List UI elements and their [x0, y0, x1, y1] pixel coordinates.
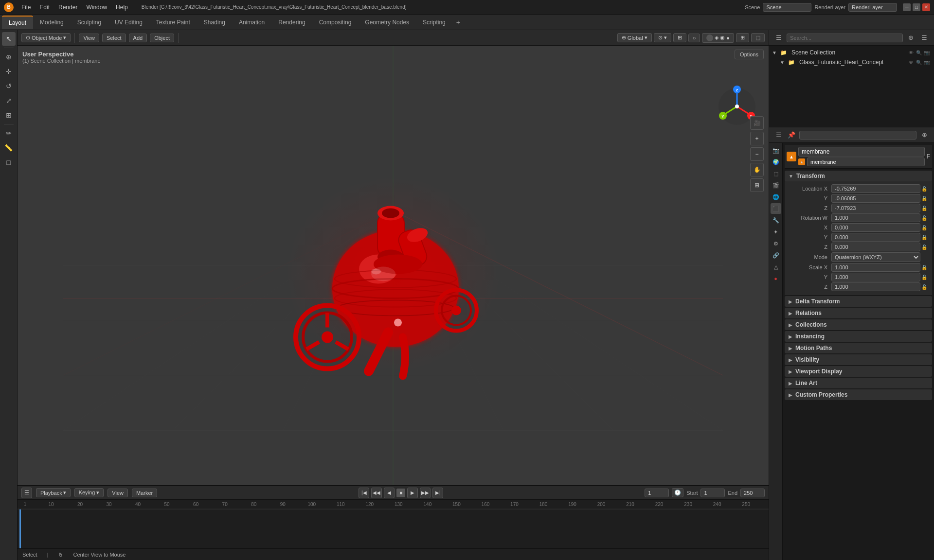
- tab-rendering[interactable]: Rendering: [271, 16, 312, 29]
- mode-selector[interactable]: ⊙ Object Mode ▾: [21, 33, 71, 42]
- minimize-button[interactable]: ─: [903, 3, 911, 11]
- tab-texture-paint[interactable]: Texture Paint: [149, 16, 197, 29]
- tool-rotate[interactable]: ↺: [2, 79, 16, 93]
- rotation-y-lock[interactable]: 🔓: [921, 235, 928, 240]
- tl-end-frame[interactable]: [740, 489, 765, 497]
- instancing-section[interactable]: ▶ Instancing: [785, 331, 932, 342]
- motion-paths-section[interactable]: ▶ Motion Paths: [785, 343, 932, 353]
- outliner-view-icon[interactable]: ☰: [918, 32, 930, 44]
- tab-layout[interactable]: Layout: [2, 16, 33, 29]
- menu-help[interactable]: Help: [112, 3, 132, 12]
- rotation-z-input[interactable]: [831, 243, 920, 251]
- zoom-out-button[interactable]: −: [750, 147, 764, 161]
- tool-scale[interactable]: ⤢: [2, 94, 16, 107]
- tool-select[interactable]: ↖: [2, 32, 16, 46]
- tab-uv-editing[interactable]: UV Editing: [108, 16, 149, 29]
- hc-render-icon[interactable]: 📷: [923, 59, 930, 66]
- tl-stop-btn[interactable]: ■: [396, 489, 405, 497]
- menu-file[interactable]: File: [18, 3, 35, 12]
- tl-play-fwd-btn[interactable]: ▶: [407, 488, 418, 498]
- tl-marker-btn[interactable]: Marker: [132, 489, 157, 497]
- props-filter-icon[interactable]: ⊕: [918, 129, 930, 141]
- obj-fake-user-toggle[interactable]: F: [927, 153, 930, 160]
- props-physics-icon[interactable]: ⚙: [771, 238, 781, 249]
- tab-geometry-nodes[interactable]: Geometry Nodes: [358, 16, 416, 29]
- camera-button[interactable]: 🎥: [750, 116, 764, 130]
- visibility-section[interactable]: ▶ Visibility: [785, 354, 932, 365]
- sc-render-icon[interactable]: 📷: [923, 49, 930, 56]
- props-object-icon[interactable]: ⬛: [771, 203, 781, 214]
- proportional-toggle[interactable]: ○: [688, 34, 700, 42]
- obj-name-input[interactable]: [798, 147, 925, 157]
- location-z-input[interactable]: [831, 204, 920, 212]
- props-render-icon[interactable]: 📷: [771, 145, 781, 156]
- scale-x-lock[interactable]: 🔓: [921, 265, 928, 270]
- custom-properties-section[interactable]: ▶ Custom Properties: [785, 389, 932, 400]
- timeline-content[interactable]: [18, 509, 769, 548]
- collections-section[interactable]: ▶ Collections: [785, 319, 932, 330]
- location-x-input[interactable]: [831, 184, 920, 193]
- viewport[interactable]: User Perspective (1) Scene Collection | …: [18, 46, 769, 485]
- rotation-mode-select[interactable]: Quaternion (WXYZ) XYZ Euler Axis Angle: [831, 252, 920, 262]
- close-button[interactable]: ✕: [922, 3, 930, 11]
- scale-y-lock[interactable]: 🔓: [921, 275, 928, 280]
- rotation-x-lock[interactable]: 🔓: [921, 225, 928, 230]
- global-dropdown[interactable]: ⊕ Global ▾: [617, 33, 652, 42]
- rotation-w-input[interactable]: [831, 213, 920, 222]
- outliner-heart-collection[interactable]: ▼ 📁 Glass_Futuristic_Heart_Concept 👁 🔍 📷: [769, 57, 934, 67]
- sc-restrict-icon[interactable]: 🔍: [916, 49, 922, 56]
- props-scene-icon[interactable]: 🎬: [771, 180, 781, 191]
- timeline-menu-icon[interactable]: ☰: [21, 488, 32, 498]
- tab-scripting[interactable]: Scripting: [416, 16, 452, 29]
- tab-shading[interactable]: Shading: [197, 16, 232, 29]
- outliner-search-input[interactable]: [787, 34, 903, 42]
- tool-annotate[interactable]: ✏: [2, 126, 16, 140]
- xray-toggle[interactable]: ⬚: [751, 33, 765, 42]
- flymode-button[interactable]: ⊞: [750, 178, 764, 192]
- hc-restrict-icon[interactable]: 🔍: [916, 59, 922, 66]
- rotation-z-lock[interactable]: 🔓: [921, 245, 928, 250]
- scale-z-input[interactable]: [831, 282, 920, 291]
- location-y-input[interactable]: [831, 194, 920, 203]
- transform-section-header[interactable]: ▼ Transform: [785, 171, 932, 181]
- outliner-menu-icon[interactable]: ☰: [773, 32, 785, 44]
- location-y-lock[interactable]: 🔓: [921, 196, 928, 201]
- object-menu[interactable]: Object: [150, 34, 174, 42]
- props-constraints-icon[interactable]: 🔗: [771, 250, 781, 261]
- rotation-y-input[interactable]: [831, 233, 920, 242]
- outliner-filter-icon[interactable]: ⊕: [905, 32, 916, 44]
- location-z-lock[interactable]: 🔓: [921, 206, 928, 211]
- tab-animation[interactable]: Animation: [232, 16, 271, 29]
- timeline-playhead[interactable]: [20, 509, 21, 548]
- pivot-dropdown[interactable]: ⊙ ▾: [654, 33, 671, 42]
- tool-transform[interactable]: ⊞: [2, 108, 16, 122]
- heart-collection-expand[interactable]: ▼: [779, 59, 786, 66]
- tl-play-back-btn[interactable]: ◀: [384, 488, 395, 498]
- menu-edit[interactable]: Edit: [36, 3, 54, 12]
- props-pin-icon[interactable]: 📌: [786, 129, 797, 141]
- zoom-in-button[interactable]: +: [750, 132, 764, 145]
- props-world-icon[interactable]: 🌐: [771, 192, 781, 202]
- scene-collection-expand[interactable]: ▼: [771, 49, 778, 56]
- menu-window[interactable]: Window: [82, 3, 111, 12]
- rotation-w-lock[interactable]: 🔓: [921, 215, 928, 221]
- render-layer-dropdown[interactable]: RenderLayer: [848, 3, 897, 12]
- viewport-display-section[interactable]: ▶ Viewport Display: [785, 366, 932, 377]
- line-art-section[interactable]: ▶ Line Art: [785, 378, 932, 388]
- maximize-button[interactable]: □: [913, 3, 920, 11]
- scale-x-input[interactable]: [831, 263, 920, 272]
- tl-step-back-btn[interactable]: ◀◀: [371, 488, 382, 498]
- snapping-toggle[interactable]: ⊞: [673, 33, 686, 42]
- tab-modeling[interactable]: Modeling: [33, 16, 71, 29]
- add-workspace-button[interactable]: +: [452, 17, 464, 28]
- location-x-lock[interactable]: 🔓: [921, 186, 928, 192]
- shading-options[interactable]: ◈ ◉ ●: [702, 33, 734, 43]
- tab-compositing[interactable]: Compositing: [312, 16, 359, 29]
- tl-start-frame[interactable]: [700, 489, 725, 497]
- tl-step-fwd-btn[interactable]: ▶▶: [420, 488, 431, 498]
- delta-transform-section[interactable]: ▶ Delta Transform: [785, 296, 932, 307]
- tool-add[interactable]: □: [2, 156, 16, 169]
- tl-jump-start-btn[interactable]: |◀: [359, 488, 369, 498]
- props-output-icon[interactable]: 🌍: [771, 157, 781, 167]
- relations-section[interactable]: ▶ Relations: [785, 308, 932, 318]
